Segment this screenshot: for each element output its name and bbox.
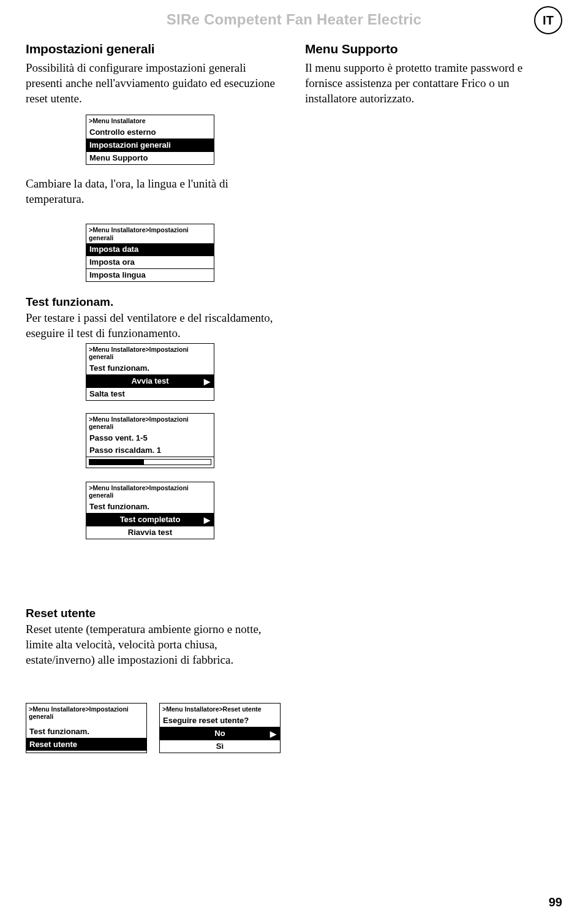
user-reset-desc: Reset utente (temperatura ambiente giorn…: [26, 621, 283, 667]
menu-item-label: No: [214, 729, 225, 738]
menu-breadcrumb: >Menu Installatore>Impostazioni generali: [86, 224, 214, 243]
menu-general-settings: >Menu Installatore>Impostazioni generali…: [86, 224, 214, 281]
menu-test-start: >Menu Installatore>Impostazioni generali…: [86, 343, 214, 401]
language-badge: IT: [534, 6, 562, 34]
bottom-menu-row: >Menu Installatore>Impostazioni generali…: [26, 694, 283, 753]
user-reset-heading: Reset utente: [26, 607, 283, 620]
menu-item-no[interactable]: No ▶: [160, 727, 280, 740]
menu-item-test-heading: Test funzionam.: [86, 501, 214, 513]
menu-item-set-date[interactable]: Imposta data: [86, 243, 214, 256]
menu-test-progress: >Menu Installatore>Impostazioni generali…: [86, 413, 214, 468]
menu-item-restart-test[interactable]: Riavvia test: [86, 526, 214, 539]
menu-reset-nav: >Menu Installatore>Impostazioni generali…: [26, 703, 147, 753]
menu-breadcrumb: >Menu Installatore>Impostazioni generali: [26, 704, 146, 722]
menu-breadcrumb: >Menu Installatore>Impostazioni generali: [86, 344, 214, 362]
menu-item-fan-step: Passo vent. 1-5: [86, 432, 214, 444]
menu-item-start-test[interactable]: Avvia test ▶: [86, 374, 214, 387]
menu-item-set-language[interactable]: Imposta lingua: [86, 268, 214, 281]
support-menu-heading: Menu Supporto: [305, 42, 562, 56]
left-column: Impostazioni generali Possibilità di con…: [26, 42, 283, 753]
chevron-right-icon: ▶: [204, 376, 210, 385]
menu-item-user-reset[interactable]: Reset utente: [26, 738, 146, 751]
test-operation-heading: Test funzionam.: [26, 295, 283, 309]
menu-item-reset-question: Eseguire reset utente?: [160, 715, 280, 727]
right-column: Menu Supporto Il menu supporto è protett…: [305, 42, 562, 753]
menu-item-heat-step: Passo riscaldam. 1: [86, 444, 214, 457]
test-operation-desc: Per testare i passi del ventilatore e de…: [26, 310, 283, 341]
menu-item-yes[interactable]: Sì: [160, 740, 280, 753]
menu-item-test-complete[interactable]: Test completato ▶: [86, 513, 214, 526]
progress-bar: [89, 459, 211, 465]
menu-item-general-settings[interactable]: Impostazioni generali: [86, 138, 214, 151]
general-settings-desc: Possibilità di configurare impostazioni …: [26, 60, 283, 106]
menu-item-support[interactable]: Menu Supporto: [86, 151, 214, 164]
columns-top: Impostazioni generali Possibilità di con…: [26, 42, 562, 753]
page-header: SIRe Competent Fan Heater Electric IT: [26, 11, 562, 28]
menu-breadcrumb: >Menu Installatore>Reset utente: [160, 704, 280, 715]
progress-cell: [86, 457, 214, 468]
menu-installer: >Menu Installatore Controllo esterno Imp…: [86, 115, 214, 165]
menu-item-skip-test[interactable]: Salta test: [86, 387, 214, 400]
header-title: SIRe Competent Fan Heater Electric: [26, 11, 562, 28]
general-settings-heading: Impostazioni generali: [26, 42, 283, 56]
menu-item-label: Test completato: [120, 515, 181, 524]
menu-item-external-control[interactable]: Controllo esterno: [86, 126, 214, 138]
menu-item-test-heading: Test funzionam.: [86, 362, 214, 374]
menu-item-test[interactable]: Test funzionam.: [26, 722, 146, 738]
menu-breadcrumb: >Menu Installatore>Impostazioni generali: [86, 482, 214, 501]
menu-breadcrumb: >Menu Installatore>Impostazioni generali: [86, 414, 214, 432]
change-datetime-desc: Cambiare la data, l'ora, la lingua e l'u…: [26, 176, 283, 207]
menu-breadcrumb: >Menu Installatore: [86, 115, 214, 126]
menu-reset-confirm: >Menu Installatore>Reset utente Eseguire…: [159, 703, 281, 753]
menu-item-set-time[interactable]: Imposta ora: [86, 256, 214, 268]
menu-item-label: Avvia test: [132, 376, 169, 385]
chevron-right-icon: ▶: [204, 515, 210, 525]
support-menu-desc: Il menu supporto è protetto tramite pass…: [305, 60, 562, 106]
language-code: IT: [543, 13, 554, 28]
chevron-right-icon: ▶: [270, 729, 276, 738]
page-number: 99: [549, 895, 562, 909]
progress-bar-fill: [89, 460, 144, 465]
menu-test-complete: >Menu Installatore>Impostazioni generali…: [86, 482, 214, 539]
